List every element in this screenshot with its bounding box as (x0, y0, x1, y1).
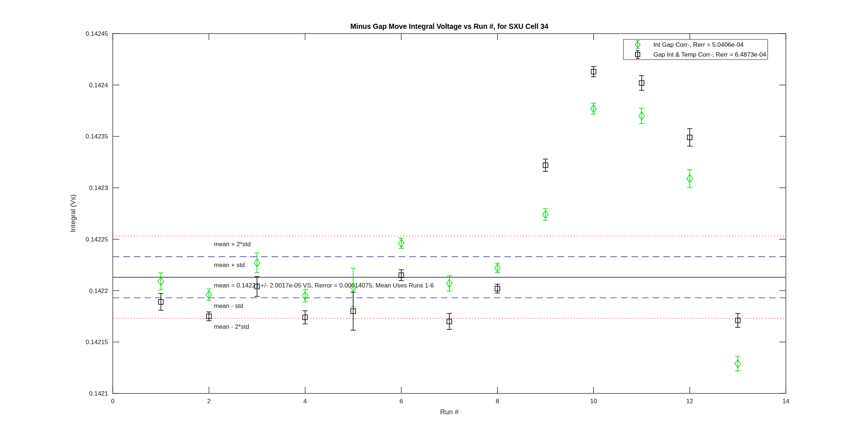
mean-plus-std-label: mean + std (214, 262, 245, 268)
y-tick-label: 0.14215 (86, 339, 108, 346)
x-tick-label: 4 (303, 398, 307, 405)
mean-label: mean = 0.14221 +/- 2.0017e-05 VS, Rerror… (214, 282, 434, 289)
y-tick-label: 0.14245 (86, 30, 108, 37)
y-tick-label: 0.14225 (86, 236, 108, 243)
y-tick-label: 0.1423 (89, 184, 108, 191)
y-axis-label: Integral (Vs) (69, 194, 77, 232)
mean-minus-2std-label: mean - 2*std (214, 323, 249, 330)
mean-plus-2std-label: mean + 2*std (214, 241, 251, 248)
legend-label-gap-int-temp-corr: Gap Int & Temp Corr-, Rerr = 6.4873e-04 (653, 51, 766, 58)
x-tick-label: 8 (496, 398, 499, 405)
x-axis-label: Run # (440, 408, 459, 416)
y-tick-label: 0.1424 (89, 82, 108, 89)
mean-minus-std-label: mean - std (214, 302, 243, 309)
x-tick-label: 6 (400, 398, 403, 405)
y-tick-label: 0.1421 (89, 390, 108, 397)
legend: Int Gap Corr-, Rerr = 5.0406e-04 Gap Int… (623, 39, 768, 60)
figure-window: mean + 2*stdmean + stdmean = 0.14221 +/-… (0, 0, 868, 442)
y-tick-label: 0.14235 (86, 133, 108, 140)
x-tick-label: 0 (111, 398, 114, 405)
x-tick-label: 12 (686, 398, 693, 405)
x-tick-label: 10 (590, 398, 597, 405)
x-tick-label: 2 (207, 398, 211, 405)
x-tick-label: 14 (783, 398, 790, 405)
y-tick-label: 0.1422 (89, 287, 108, 294)
chart-canvas: mean + 2*stdmean + stdmean = 0.14221 +/-… (0, 0, 868, 442)
legend-label-int-gap-corr: Int Gap Corr-, Rerr = 5.0406e-04 (653, 41, 744, 48)
chart-title: Minus Gap Move Integral Voltage vs Run #… (350, 22, 549, 30)
plot-area (113, 34, 786, 393)
